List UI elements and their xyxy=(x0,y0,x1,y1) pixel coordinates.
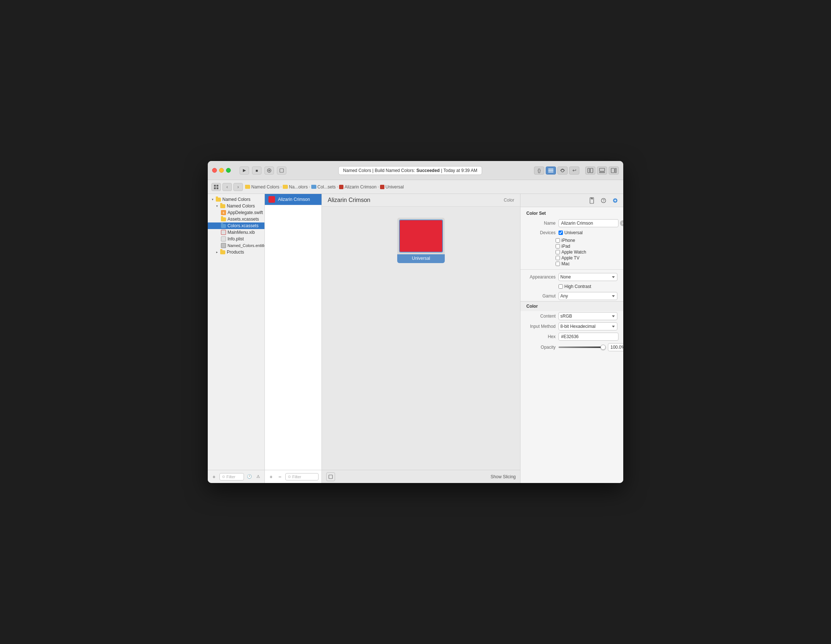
inspector-plus-btn[interactable] xyxy=(611,196,619,205)
nav-back-btn[interactable]: ‹ xyxy=(222,183,232,191)
appearances-select[interactable]: None Any, Dark Any, Light, Dark xyxy=(559,273,618,281)
name-input[interactable] xyxy=(559,219,619,227)
device-universal: Universal xyxy=(559,230,583,235)
sidebar-clock-btn[interactable]: 🕐 xyxy=(246,473,253,480)
sidebar-filter-box[interactable]: ⊙ Filter xyxy=(220,473,244,480)
svg-rect-15 xyxy=(217,187,218,189)
sidebar-item-named-colors-root[interactable]: Named Colors xyxy=(208,196,264,203)
toolbar2: ‹ › Named Colors › Na...olors › Col...se… xyxy=(208,180,623,194)
bc-item-2[interactable]: Na...olors xyxy=(289,185,307,190)
asset-item-alizarin-crimson[interactable]: Alizarin Crimson xyxy=(265,194,322,205)
close-button[interactable] xyxy=(212,168,217,173)
sidebar-label-named-colors-sub: Named Colors xyxy=(227,204,255,209)
scheme-button[interactable] xyxy=(264,166,274,175)
sidebar-item-mainmenu[interactable]: MainMenu.xib xyxy=(208,229,264,236)
remove-asset-btn[interactable]: − xyxy=(277,473,283,480)
asset-filter-box[interactable]: ⊙ Filter xyxy=(285,473,318,480)
gamut-label: Gamut xyxy=(526,293,556,298)
inspector-panel: ? Color Set Name × Devices xyxy=(520,194,623,483)
svg-rect-8 xyxy=(600,168,605,171)
version-editor-btn[interactable]: ↩ xyxy=(569,166,579,175)
show-slicing-btn[interactable]: Show Slicing xyxy=(490,474,516,479)
bc-icon-2 xyxy=(283,185,288,189)
sidebar-content: Named Colors Named Colors S AppDelegate.… xyxy=(208,194,264,470)
inspector-toolbar: ? xyxy=(521,194,623,207)
device-ipad-checkbox[interactable] xyxy=(556,244,560,249)
folder-icon-colors xyxy=(221,224,226,228)
minimize-button[interactable] xyxy=(219,168,224,173)
bc-item-5[interactable]: Universal xyxy=(385,185,404,190)
run-button[interactable]: ▶ xyxy=(240,166,249,175)
gamut-select[interactable]: Any sRGB P3 xyxy=(559,292,618,300)
grid-view-btn[interactable] xyxy=(212,183,221,191)
swift-icon-appdelegate: S xyxy=(221,210,226,215)
high-contrast-checkbox[interactable] xyxy=(559,284,563,289)
inspector-help-btn[interactable]: ? xyxy=(599,196,608,205)
arrow-named-colors-sub xyxy=(215,204,219,208)
inspector-content-row: Content sRGB Display P3 Gray Gamma 2.2 xyxy=(521,311,623,321)
sidebar-item-info-plist[interactable]: Info.plist xyxy=(208,236,264,242)
standard-editor-btn[interactable] xyxy=(546,166,556,175)
assistant-editor-btn[interactable] xyxy=(557,166,568,175)
debug-btn[interactable] xyxy=(597,166,607,175)
device-universal-label: Universal xyxy=(564,230,583,235)
destination-button[interactable] xyxy=(277,166,287,175)
sidebar-item-named-colors-sub[interactable]: Named Colors xyxy=(208,203,264,209)
bc-item-3[interactable]: Col...sets xyxy=(317,185,336,190)
device-iphone-checkbox[interactable] xyxy=(556,238,560,242)
device-mac: Mac xyxy=(556,261,623,266)
navigator-btn[interactable] xyxy=(585,166,595,175)
nav-forward-btn[interactable]: › xyxy=(233,183,243,191)
add-asset-btn[interactable]: + xyxy=(268,473,274,480)
sidebar-footer: + ⊙ Filter 🕐 ⚠ xyxy=(208,470,264,483)
add-file-btn[interactable]: + xyxy=(211,473,217,480)
sidebar-warning-btn[interactable]: ⚠ xyxy=(255,473,261,480)
bc-icon-1 xyxy=(245,185,250,189)
folder-icon-named-colors-root xyxy=(216,198,221,202)
sidebar-item-products[interactable]: Products xyxy=(208,249,264,255)
input-method-select[interactable]: 8-bit Hexadecimal 8-bit (0-255) Floating… xyxy=(559,322,618,330)
asset-filter-circle: ⊙ xyxy=(288,475,291,478)
name-input-wrap: × xyxy=(559,219,623,227)
sidebar-item-colors[interactable]: Colors.xcassets xyxy=(208,223,264,229)
svg-rect-9 xyxy=(600,172,605,173)
opacity-value-input[interactable] xyxy=(608,343,623,351)
color-card-inner xyxy=(399,220,443,252)
opacity-label: Opacity xyxy=(526,345,556,350)
stop-button[interactable]: ■ xyxy=(252,166,261,175)
name-clear-btn[interactable]: × xyxy=(620,220,623,226)
hex-label: Hex xyxy=(526,334,556,339)
sidebar-filter-label: Filter xyxy=(226,475,235,479)
maximize-button[interactable] xyxy=(226,168,231,173)
sidebar-item-entitlements[interactable]: Named_Colors.entitlements xyxy=(208,242,264,249)
utilities-btn[interactable] xyxy=(609,166,619,175)
device-universal-checkbox[interactable] xyxy=(559,231,563,235)
titlebar: ▶ ■ Named Colors | Build Named Colors: S… xyxy=(208,161,623,180)
separator-1 xyxy=(521,269,623,270)
arrow-products xyxy=(215,250,219,254)
content-select[interactable]: sRGB Display P3 Gray Gamma 2.2 xyxy=(559,312,618,320)
device-apple-watch-checkbox[interactable] xyxy=(556,250,560,254)
slice-icon-btn[interactable] xyxy=(326,472,335,481)
svg-text:?: ? xyxy=(602,199,605,203)
inspector-file-btn[interactable] xyxy=(587,196,596,205)
opacity-slider-row: ▲ ▼ xyxy=(559,343,623,352)
main-content: Named Colors Named Colors S AppDelegate.… xyxy=(208,194,623,483)
device-apple-tv-checkbox[interactable] xyxy=(556,256,560,260)
device-mac-label: Mac xyxy=(562,261,570,266)
entitlements-icon xyxy=(221,243,226,248)
code-review-btn[interactable]: {} xyxy=(534,166,544,175)
sidebar-label-entitlements: Named_Colors.entitlements xyxy=(228,243,264,248)
bc-item-4[interactable]: Alizarin Crimson xyxy=(345,185,376,190)
opacity-slider[interactable] xyxy=(559,346,606,348)
opacity-stepper: ▲ ▼ xyxy=(608,343,623,352)
preview-content: Universal xyxy=(322,207,520,470)
bc-item-1[interactable]: Named Colors xyxy=(251,185,279,190)
sidebar-item-assets[interactable]: Assets.xcassets xyxy=(208,216,264,223)
hex-input[interactable] xyxy=(559,333,619,341)
device-mac-checkbox[interactable] xyxy=(556,261,560,266)
svg-rect-6 xyxy=(588,168,590,173)
sidebar-item-appdelegate[interactable]: S AppDelegate.swift xyxy=(208,209,264,216)
color-set-title: Color Set xyxy=(521,207,623,218)
indent-devices: iPhone iPad Apple Watch Apple TV Mac xyxy=(556,237,623,267)
